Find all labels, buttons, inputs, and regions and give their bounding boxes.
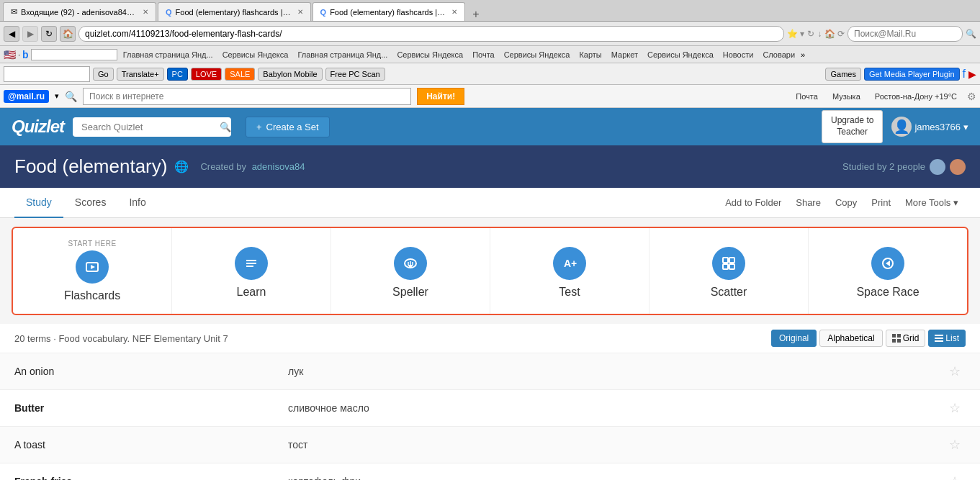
home-button[interactable]: 🏠 (60, 26, 76, 42)
create-set-label: Create a Set (266, 122, 319, 132)
flashcards-icon (76, 250, 109, 284)
sale-button[interactable]: SALE (225, 68, 255, 81)
term-en-3: A toast (14, 439, 288, 450)
tab1-title: Входящие (92) - adenisova84@gmail.... (21, 8, 136, 17)
browser-tab-3[interactable]: Q Food (elementary) flashcards | Quizlet… (313, 2, 466, 21)
settings-icon[interactable]: ⚙ (967, 91, 976, 102)
studied-by-text: Studied by 2 people (842, 161, 925, 172)
user-avatar: 👤 (891, 117, 912, 137)
music-link[interactable]: Музыка (828, 91, 865, 102)
term-row-1: An onion лук ☆ (0, 353, 980, 390)
add-to-folder-button[interactable]: Add to Folder (718, 191, 788, 214)
bookmark-item-8[interactable]: Маркет (608, 50, 642, 60)
scatter-tool[interactable]: Scatter (649, 228, 809, 314)
address-bar[interactable] (78, 26, 784, 42)
term-en-1: An onion (14, 366, 288, 377)
tab1-close[interactable]: ✕ (143, 8, 148, 16)
mediaplayer-button[interactable]: Get Media Player Plugin (864, 68, 960, 81)
copy-button[interactable]: Copy (828, 191, 864, 214)
freescan-button[interactable]: Free PC Scan (325, 68, 385, 81)
bookmark-item-10[interactable]: Новости (719, 50, 758, 60)
view-list-button[interactable]: List (928, 330, 966, 347)
browser-search-input[interactable] (848, 26, 963, 42)
browser-nav-bar: ◀ ▶ ↻ 🏠 ⭐ ▾ ↻ ↓ 🏠 ⟳ 🔍 (0, 22, 980, 46)
star-1[interactable]: ☆ (944, 363, 966, 379)
bookmark-item-9[interactable]: Сервисы Яндекса (644, 50, 717, 60)
translate-button[interactable]: Translate+ (117, 68, 164, 81)
more-tools-button[interactable]: More Tools ▾ (898, 191, 966, 214)
new-tab-btn[interactable]: + (467, 8, 485, 21)
scatter-label: Scatter (711, 286, 747, 299)
share-button[interactable]: Share (788, 191, 828, 214)
forward-button[interactable]: ▶ (22, 26, 38, 42)
svg-rect-17 (892, 334, 896, 338)
flashcards-label: Flashcards (64, 289, 120, 302)
speller-tool[interactable]: Speller (331, 228, 490, 314)
speller-label: Speller (392, 286, 428, 299)
create-set-button[interactable]: + Create a Set (246, 117, 330, 137)
weather-link[interactable]: Ростов-на-Дону +19°C (871, 91, 961, 102)
bookmark-item-5[interactable]: Почта (469, 50, 498, 60)
mail-search-input[interactable] (83, 88, 411, 105)
bookmark-search-input[interactable] (31, 49, 117, 60)
tab-scores[interactable]: Scores (63, 188, 118, 218)
nav-icons: ↓ 🏠 ⟳ (817, 29, 845, 39)
upgrade-to-teacher-button[interactable]: Upgrade to Teacher (822, 110, 883, 142)
go-button[interactable]: Go (93, 68, 114, 81)
print-button[interactable]: Print (864, 191, 898, 214)
svg-rect-19 (892, 339, 896, 343)
back-button[interactable]: ◀ (4, 26, 19, 42)
browser-tab-1[interactable]: ✉ Входящие (92) - adenisova84@gmail.... … (3, 2, 156, 21)
bookmark-item-7[interactable]: Карты (575, 50, 605, 60)
studied-info: Studied by 2 people (842, 159, 966, 175)
user-menu[interactable]: 👤 james3766 ▾ (891, 117, 968, 137)
tab2-title: Food (elementary) flashcards | Quizlet (176, 8, 291, 17)
mail-link[interactable]: Почта (791, 91, 822, 102)
grid-icon (892, 334, 901, 343)
star-3[interactable]: ☆ (944, 437, 966, 453)
browser-tab-2[interactable]: Q Food (elementary) flashcards | Quizlet… (158, 2, 311, 21)
test-icon: A+ (553, 247, 586, 280)
browser-tabs-bar: ✉ Входящие (92) - adenisova84@gmail.... … (0, 0, 980, 22)
sort-original-button[interactable]: Original (771, 330, 817, 347)
bookmark-item-4[interactable]: Сервисы Яндекса (393, 50, 467, 60)
love-button[interactable]: LOVE (191, 68, 222, 81)
tab2-close[interactable]: ✕ (297, 8, 303, 16)
learn-tool[interactable]: Learn (172, 228, 331, 314)
bookmark-item-6[interactable]: Сервисы Яндекса (500, 50, 574, 60)
sort-alphabetical-button[interactable]: Alphabetical (819, 330, 882, 347)
spacerace-tool[interactable]: Space Race (809, 228, 967, 314)
view-grid-button[interactable]: Grid (886, 330, 926, 347)
youtube-icon[interactable]: ▶ (968, 68, 976, 80)
mailbar-dropdown[interactable]: ▾ (55, 91, 59, 101)
tab-info[interactable]: Info (117, 188, 157, 218)
creator-link[interactable]: adenisova84 (252, 161, 305, 172)
bookmark-input[interactable] (31, 49, 117, 60)
tab-study[interactable]: Study (14, 188, 63, 218)
tab3-title: Food (elementary) flashcards | Quizlet (330, 8, 445, 17)
star-4[interactable]: ☆ (944, 474, 966, 480)
search-icon: 🔍 (966, 29, 976, 39)
refresh-button[interactable]: ↻ (41, 26, 57, 42)
quizlet-search-input[interactable] (73, 117, 231, 137)
bookmark-item-2[interactable]: Сервисы Яндекса (219, 50, 292, 60)
bookmark-item-3[interactable]: Главная страница Янд... (294, 50, 391, 60)
tab3-close[interactable]: ✕ (451, 8, 457, 16)
tab2-favicon: Q (166, 8, 172, 17)
mail-search-button[interactable]: Найти! (417, 88, 464, 105)
games-button[interactable]: Games (825, 68, 860, 81)
flashcards-tool[interactable]: START HERE Flashcards (13, 228, 172, 314)
star-2[interactable]: ☆ (944, 400, 966, 416)
facebook-icon[interactable]: f (963, 68, 966, 81)
bookmark-item-1[interactable]: Главная страница Янд... (120, 50, 217, 60)
bookmark-item-11[interactable]: Словари (759, 50, 799, 60)
quizlet-logo[interactable]: Quizlet (12, 117, 64, 137)
bookmark-more[interactable]: » (801, 50, 805, 59)
toolbar-input[interactable] (4, 66, 90, 82)
pc-button[interactable]: PC (167, 68, 188, 81)
svg-rect-23 (935, 340, 943, 342)
svg-rect-18 (897, 334, 901, 338)
test-tool[interactable]: A+ Test (490, 228, 649, 314)
babylon-button[interactable]: Babylon Mobile (258, 68, 322, 81)
username-label: james3766 (914, 122, 961, 132)
